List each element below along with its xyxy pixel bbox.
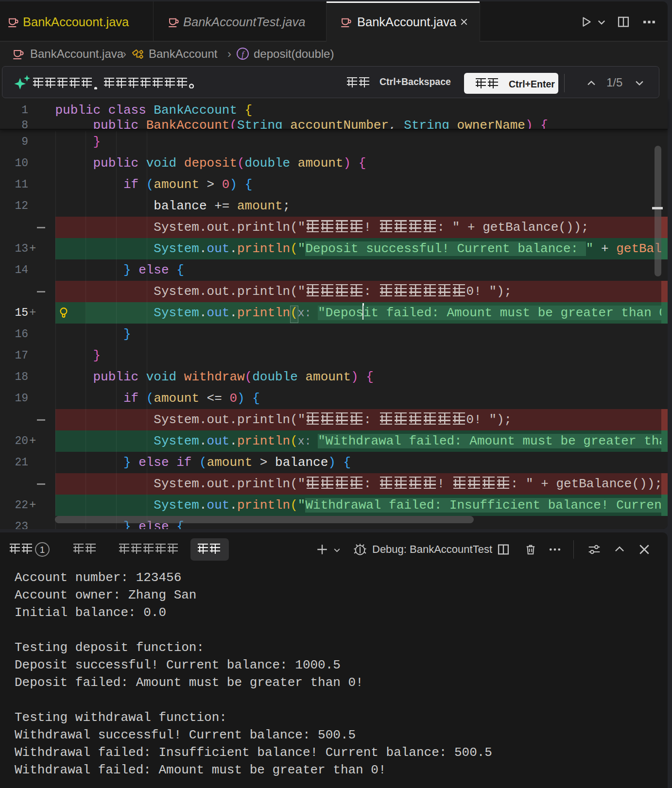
svg-text:f: f bbox=[241, 50, 245, 59]
